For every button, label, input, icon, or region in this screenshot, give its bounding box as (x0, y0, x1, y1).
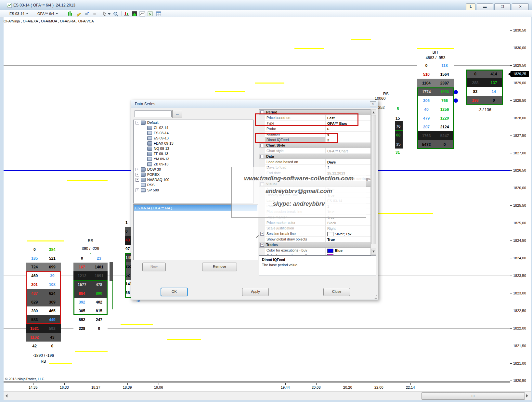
chart-type-icon[interactable] (67, 11, 73, 17)
data-grid-icon[interactable] (156, 11, 162, 17)
property-row-session-break-line[interactable]: +Session break lineSilver; 1px (259, 231, 371, 237)
hscrollbar-thumb[interactable]: III (422, 392, 525, 400)
dialog-title-bar[interactable]: Data Series × (131, 100, 378, 108)
expand-icon[interactable]: + (136, 173, 139, 176)
collapse-icon[interactable]: − (260, 144, 264, 147)
yellow-level-line (167, 339, 201, 340)
footprint-cell: 023 (73, 254, 108, 263)
browse-button[interactable]: ... (172, 110, 182, 118)
instrument-selector[interactable]: ES 03-14 (7, 11, 30, 17)
pencil-icon[interactable] (76, 11, 82, 17)
search-input[interactable] (135, 110, 172, 117)
tree-item-fdax-09-13[interactable]: FDAX 09-13 (134, 141, 253, 146)
tree-item-cl-02-14[interactable]: CL 02-14 (134, 125, 253, 130)
tree-item-zb-09-13[interactable]: ZB 09-13 (134, 162, 253, 167)
volume-histogram-icon[interactable] (132, 11, 137, 17)
property-row-chart-style[interactable]: Chart styleOFA™ Chart (259, 148, 371, 154)
scroll-left-icon[interactable] (6, 394, 7, 397)
footprint-cell: 0384 (26, 245, 61, 254)
close-dialog-button[interactable]: Close (323, 288, 350, 296)
property-row-color-for-executions-buy[interactable]: Color for executions - buyBlue (259, 248, 371, 253)
toolbar: ES 03-14 OFA™ 6/4 + (0, 10, 532, 18)
footprint-RS-label: RS (73, 239, 108, 243)
tree-item-es-03-14[interactable]: ES 03-14 (134, 130, 253, 136)
property-row-price-marker-color[interactable]: Price marker colorBlack (259, 220, 371, 226)
dialog-close-icon[interactable]: × (370, 101, 376, 107)
footprint-cell: 11042387 (417, 79, 454, 87)
tree-item-es-09-13[interactable]: ES 09-13 (134, 136, 253, 141)
property-value: Blue (326, 248, 371, 253)
resize-grip[interactable] (373, 295, 377, 299)
minimize-button[interactable]: ▬ (477, 3, 493, 11)
price-axis-label: 1825,50 (513, 203, 526, 207)
row-indent (259, 237, 265, 242)
indicator-icon[interactable] (92, 11, 98, 17)
footprint-RB-tag: RB (26, 359, 61, 364)
expand-icon[interactable]: + (136, 168, 139, 171)
axis-tick (510, 65, 512, 66)
property-row-scale-justification[interactable]: Scale justificationRight (259, 226, 371, 231)
rs2-label: RS (383, 92, 389, 96)
restore-button[interactable]: ❐ (494, 3, 511, 11)
title-bar[interactable]: ES 03-14 ( OFA™ 6/4 ) 24.12.2013 L ▬ ❐ ✕ (0, 0, 532, 10)
tree-item-ym-09-13[interactable]: YM 09-13 (134, 156, 253, 162)
tree-item-label: TF 09-13 (154, 152, 168, 156)
property-grid-scrollbar[interactable] (370, 109, 376, 255)
axis-tick (510, 293, 512, 293)
period-selector[interactable]: OFA™ 6/4 (35, 11, 59, 17)
chart-window-icon[interactable] (139, 11, 145, 17)
footprint-cell: 97 (125, 245, 131, 253)
scroll-right-icon[interactable] (526, 394, 528, 397)
toolbar-separator (65, 11, 65, 16)
axis-tick (510, 170, 512, 171)
property-section-data[interactable]: −Data (259, 154, 371, 159)
order-entry-icon[interactable] (124, 11, 130, 17)
expand-icon[interactable]: + (136, 178, 139, 182)
tree-item-tf-09-13[interactable]: TF 09-13 (134, 151, 253, 156)
scroll-up-icon[interactable] (371, 110, 376, 115)
chart-series-header: OFA/Ninja , OFA/EXA , OFA/MOA , OFA/SRA … (4, 19, 94, 23)
collapse-icon[interactable]: - (136, 121, 139, 124)
property-name: Load data based on (265, 159, 326, 164)
close-button[interactable]: ✕ (512, 3, 529, 11)
time-axis-label: 18:27 (91, 385, 100, 389)
property-name: Color for executions - sell (265, 253, 326, 255)
property-section-chart-style[interactable]: −Chart Style (259, 143, 371, 148)
scroll-down-icon[interactable] (371, 249, 376, 254)
expand-icon[interactable]: + (136, 188, 139, 192)
cursor-icon[interactable] (102, 11, 111, 17)
chevron-down-icon (26, 13, 29, 14)
instrument-db-icon (141, 183, 146, 187)
blue-swatch-icon (327, 249, 333, 253)
collapse-icon[interactable]: − (260, 155, 264, 158)
collapse-icon[interactable]: − (260, 243, 264, 247)
new-button[interactable]: New (142, 263, 166, 271)
horizontal-scrollbar[interactable]: III (4, 391, 531, 400)
dollar-icon[interactable]: $ (147, 11, 153, 17)
property-row-probe[interactable]: Probe6 (259, 126, 371, 132)
add-indicator-icon[interactable]: + (84, 11, 90, 17)
tree-item-label: NASDAQ 100 (147, 178, 169, 182)
zoom-icon[interactable] (113, 11, 119, 17)
property-row-show-global-draw-objects[interactable]: Show global draw objectsTrue (259, 237, 371, 242)
property-section-trades[interactable]: −Trades (259, 242, 371, 248)
price-axis-label: 1823,00 (513, 291, 526, 295)
tree-item-label: NQ 09-13 (154, 147, 169, 150)
footprint-cell: 0118 (417, 61, 454, 70)
axis-tick (510, 83, 512, 83)
ninjatrader-chart-window: ES 03-14 ( OFA™ 6/4 ) 24.12.2013 L ▬ ❐ ✕… (0, 0, 532, 402)
ok-button[interactable]: OK (161, 288, 188, 296)
property-row-load-data-based-on[interactable]: Load data based onDays (259, 159, 371, 165)
property-row-color-for-executions-sell[interactable]: Color for executions - sellMagenta (259, 253, 371, 255)
expand-icon[interactable]: + (260, 232, 264, 236)
time-axis-label: 22:00 (374, 385, 383, 389)
tree-item-nq-09-13[interactable]: NQ 09-13 (134, 146, 253, 151)
axis-tick (510, 100, 512, 101)
scrollbar-thumb[interactable] (371, 115, 376, 244)
link-button[interactable]: L (466, 3, 475, 11)
apply-button[interactable]: Apply (242, 288, 269, 296)
instrument-db-icon (147, 162, 152, 166)
tree-item-default[interactable]: -Default (134, 120, 253, 125)
footprint-cell: 420 (26, 342, 61, 350)
remove-button[interactable]: Remove (202, 263, 237, 271)
